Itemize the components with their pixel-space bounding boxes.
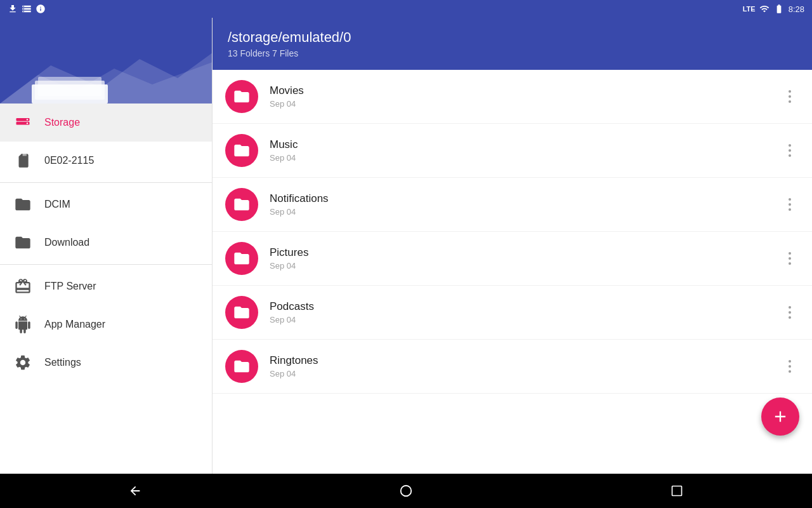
download-folder-icon: [13, 232, 33, 253]
main-area: Storage 0E02-2115 DCIM: [0, 18, 812, 474]
file-item-music[interactable]: Music Sep 04: [213, 124, 812, 178]
folder-info: 13 Folders 7 Files: [228, 48, 797, 58]
storage-label: Storage: [44, 117, 80, 128]
nav-divider-2: [0, 264, 212, 265]
file-item-ringtones[interactable]: Ringtones Sep 04: [213, 340, 812, 394]
file-date-ringtones: Sep 04: [270, 369, 780, 378]
sidebar-nav: Storage 0E02-2115 DCIM: [0, 104, 212, 474]
settings-icon: [13, 352, 33, 373]
file-date-podcasts: Sep 04: [270, 315, 780, 324]
content-header: /storage/emulated/0 13 Folders 7 Files: [213, 18, 812, 70]
file-name-ringtones: Ringtones: [270, 354, 780, 367]
path-display: /storage/emulated/0: [228, 29, 797, 46]
status-icons: LTE 8:28: [743, 4, 804, 14]
svg-rect-4: [38, 77, 102, 96]
file-info-movies: Movies Sep 04: [270, 84, 780, 109]
back-button[interactable]: [119, 475, 151, 507]
status-bar: LTE 8:28: [0, 0, 812, 18]
content-panel: /storage/emulated/0 13 Folders 7 Files M…: [213, 18, 812, 474]
file-list: Movies Sep 04 Music Sep 04: [213, 70, 812, 474]
svg-rect-10: [672, 486, 681, 496]
folder-icon-movies: [225, 80, 258, 113]
settings-label: Settings: [44, 357, 81, 368]
sidebar-header: [0, 18, 212, 104]
file-date-movies: Sep 04: [270, 99, 780, 109]
file-info-notifications: Notifications Sep 04: [270, 192, 780, 217]
sidebar-item-download[interactable]: Download: [0, 224, 212, 262]
fab-add-button[interactable]: [761, 398, 799, 436]
svg-point-9: [401, 486, 412, 497]
storage-icon: [13, 112, 33, 133]
file-name-pictures: Pictures: [270, 246, 780, 259]
android-nav-bar: [0, 474, 812, 508]
file-menu-movies[interactable]: [780, 87, 799, 106]
sidebar-item-ftp[interactable]: FTP Server: [0, 267, 212, 305]
file-date-music: Sep 04: [270, 153, 780, 163]
folder-icon-music: [225, 134, 258, 167]
file-menu-music[interactable]: [780, 141, 799, 160]
signal-icon: [759, 4, 769, 14]
sidebar-item-appmanager[interactable]: App Manager: [0, 305, 212, 344]
svg-point-8: [27, 123, 28, 124]
dcim-folder-icon: [13, 194, 33, 215]
file-item-notifications[interactable]: Notifications Sep 04: [213, 178, 812, 232]
home-circle-icon: [399, 484, 413, 498]
file-menu-podcasts[interactable]: [780, 303, 799, 322]
file-item-pictures[interactable]: Pictures Sep 04: [213, 232, 812, 286]
file-date-pictures: Sep 04: [270, 261, 780, 271]
folder-icon-podcasts: [225, 296, 258, 329]
file-name-music: Music: [270, 138, 780, 151]
android-icon: [13, 314, 33, 335]
file-name-podcasts: Podcasts: [270, 300, 780, 313]
file-info-ringtones: Ringtones Sep 04: [270, 354, 780, 378]
back-icon: [128, 484, 142, 498]
appmanager-label: App Manager: [44, 319, 105, 330]
download-icon: [8, 4, 18, 14]
file-info-music: Music Sep 04: [270, 138, 780, 163]
ftp-label: FTP Server: [44, 281, 96, 292]
sidebar-item-dcim[interactable]: DCIM: [0, 185, 212, 224]
file-name-movies: Movies: [270, 84, 780, 97]
recents-icon: [671, 485, 683, 497]
file-menu-notifications[interactable]: [780, 195, 799, 214]
folder-icon-pictures: [225, 242, 258, 275]
file-menu-ringtones[interactable]: [780, 357, 799, 376]
sdcard-label: 0E02-2115: [44, 155, 94, 166]
recents-button[interactable]: [661, 475, 693, 507]
download-label: Download: [44, 237, 89, 248]
sidebar-item-storage[interactable]: Storage: [0, 104, 212, 142]
file-name-notifications: Notifications: [270, 192, 780, 205]
lte-indicator: LTE: [743, 5, 756, 13]
file-info-podcasts: Podcasts Sep 04: [270, 300, 780, 324]
sidebar-item-sdcard[interactable]: 0E02-2115: [0, 142, 212, 180]
add-icon: [771, 408, 789, 425]
storage-notif-icon: [22, 4, 32, 14]
sidebar: Storage 0E02-2115 DCIM: [0, 18, 213, 474]
sidebar-item-settings[interactable]: Settings: [0, 344, 212, 382]
file-item-movies[interactable]: Movies Sep 04: [213, 70, 812, 124]
ftp-icon: [13, 276, 33, 297]
notification-icons: [8, 0, 46, 18]
svg-point-6: [27, 119, 28, 120]
folder-icon-ringtones: [225, 350, 258, 383]
update-icon: [36, 4, 46, 14]
nav-divider-1: [0, 182, 212, 183]
folder-icon-notifications: [225, 188, 258, 221]
sdcard-icon: [13, 150, 33, 171]
home-button[interactable]: [390, 475, 422, 507]
file-info-pictures: Pictures Sep 04: [270, 246, 780, 271]
time-display: 8:28: [789, 4, 804, 14]
dcim-label: DCIM: [44, 199, 70, 210]
file-date-notifications: Sep 04: [270, 207, 780, 217]
header-illustration: [0, 53, 212, 104]
file-item-podcasts[interactable]: Podcasts Sep 04: [213, 286, 812, 340]
file-menu-pictures[interactable]: [780, 249, 799, 268]
battery-icon: [773, 4, 785, 14]
